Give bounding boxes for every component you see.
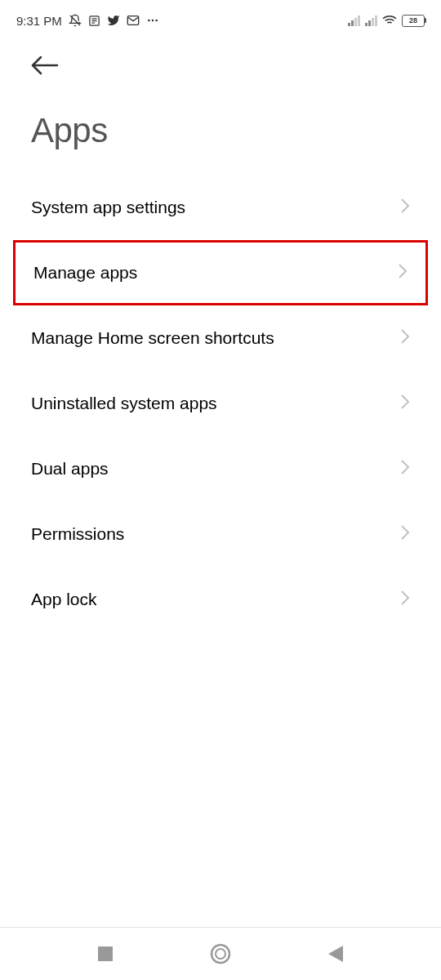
square-icon	[98, 947, 113, 961]
triangle-left-icon	[328, 946, 343, 962]
menu-label: App lock	[31, 590, 97, 609]
menu-item-home-shortcuts[interactable]: Manage Home screen shortcuts	[0, 305, 441, 371]
status-right: 28	[348, 13, 425, 28]
gmail-icon	[127, 14, 140, 27]
chevron-right-icon	[400, 524, 410, 544]
status-time: 9:31 PM	[16, 14, 62, 28]
page-title: Apps	[0, 78, 441, 175]
menu-item-system-app-settings[interactable]: System app settings	[0, 175, 441, 240]
recent-apps-button[interactable]	[98, 947, 113, 961]
menu-label: Manage Home screen shortcuts	[31, 328, 274, 348]
status-left: 9:31 PM	[16, 14, 159, 28]
svg-point-6	[148, 20, 150, 22]
more-icon	[146, 14, 159, 27]
wifi-icon	[382, 13, 397, 28]
menu-label: Permissions	[31, 524, 124, 544]
menu-label: Dual apps	[31, 459, 109, 479]
chevron-right-icon	[400, 590, 410, 609]
svg-point-8	[155, 20, 158, 22]
status-bar: 9:31 PM	[0, 0, 441, 39]
note-icon	[88, 15, 100, 27]
chevron-right-icon	[400, 394, 410, 413]
menu-label: Manage apps	[33, 263, 137, 283]
back-button[interactable]	[0, 39, 441, 78]
menu-item-dual-apps[interactable]: Dual apps	[0, 436, 441, 501]
chevron-right-icon	[398, 263, 408, 283]
chevron-right-icon	[400, 328, 410, 348]
menu-label: System app settings	[31, 198, 185, 217]
menu-item-manage-apps[interactable]: Manage apps	[13, 240, 428, 305]
svg-marker-14	[328, 946, 343, 962]
battery-icon: 28	[402, 15, 425, 27]
svg-point-12	[212, 945, 229, 963]
arrow-left-icon	[31, 56, 59, 75]
svg-rect-11	[98, 947, 113, 961]
chevron-right-icon	[400, 459, 410, 479]
svg-point-13	[216, 949, 225, 959]
home-button[interactable]	[210, 943, 231, 964]
back-nav-button[interactable]	[328, 946, 343, 962]
twitter-icon	[107, 14, 120, 27]
chevron-right-icon	[400, 198, 410, 217]
circle-icon	[210, 943, 231, 964]
navigation-bar	[0, 927, 441, 980]
menu-item-uninstalled-system-apps[interactable]: Uninstalled system apps	[0, 371, 441, 436]
svg-point-7	[152, 20, 154, 22]
menu-item-permissions[interactable]: Permissions	[0, 501, 441, 567]
dnd-icon	[69, 14, 82, 27]
menu-item-app-lock[interactable]: App lock	[0, 567, 441, 632]
menu-label: Uninstalled system apps	[31, 394, 217, 413]
signal-icon-1	[348, 15, 360, 26]
menu-list: System app settings Manage apps Manage H…	[0, 175, 441, 632]
signal-icon-2	[365, 15, 377, 26]
